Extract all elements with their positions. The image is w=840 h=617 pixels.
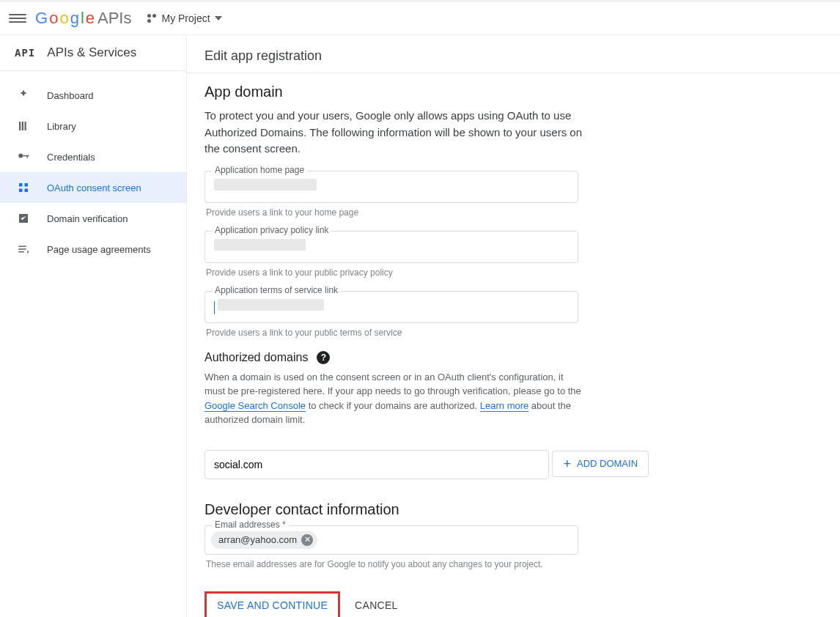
email-helper: These email addresses are for Google to … xyxy=(206,559,769,569)
sidebar-item-credentials[interactable]: Credentials xyxy=(0,141,186,172)
add-domain-label: ADD DOMAIN xyxy=(577,458,638,469)
sidebar-item-label: Library xyxy=(47,121,76,132)
authorized-domains-description: When a domain is used on the consent scr… xyxy=(205,370,586,427)
email-addresses-field: Email addresses * arran@yahoo.com ✕ xyxy=(205,525,578,555)
field-label: Application privacy policy link xyxy=(212,225,331,235)
text-cursor xyxy=(214,301,215,314)
google-search-console-link[interactable]: Google Search Console xyxy=(205,400,306,412)
app-domain-section: App domain To protect you and your users… xyxy=(187,76,788,569)
agreements-icon xyxy=(16,242,31,256)
learn-more-link[interactable]: Learn more xyxy=(480,400,528,412)
main-content: Edit app registration App domain To prot… xyxy=(187,35,840,617)
sidebar-item-label: Dashboard xyxy=(47,90,94,101)
plus-icon: + xyxy=(563,457,571,470)
chevron-down-icon xyxy=(215,16,222,21)
consent-screen-icon xyxy=(16,180,31,195)
developer-contact-heading: Developer contact information xyxy=(205,501,770,518)
email-chip: arran@yahoo.com ✕ xyxy=(211,531,317,549)
save-and-continue-button[interactable]: SAVE AND CONTINUE xyxy=(205,591,340,618)
logo-suffix: APIs xyxy=(97,9,131,28)
authorized-domain-input[interactable] xyxy=(205,450,549,479)
sidebar-item-label: Page usage agreements xyxy=(47,244,151,255)
home-page-helper: Provide users a link to your home page xyxy=(206,207,769,218)
authorized-domains-heading: Authorized domains xyxy=(205,351,308,364)
cancel-button[interactable]: CANCEL xyxy=(355,599,398,611)
top-bar: Google APIs My Project xyxy=(0,0,840,35)
app-domain-heading: App domain xyxy=(205,84,770,100)
app-domain-description: To protect you and your users, Google on… xyxy=(205,108,586,158)
home-page-field: Application home page xyxy=(205,171,578,203)
sidebar-nav: Dashboard Library Credentials OAuth cons… xyxy=(0,71,186,265)
add-domain-button[interactable]: + ADD DOMAIN xyxy=(552,451,649,477)
sidebar-item-dashboard[interactable]: Dashboard xyxy=(0,80,186,111)
field-label: Application home page xyxy=(212,165,307,175)
page-title: Edit app registration xyxy=(187,35,840,73)
sidebar-title: APIs & Services xyxy=(47,45,136,60)
dashboard-icon xyxy=(16,88,31,103)
verified-icon xyxy=(16,211,31,226)
home-page-input[interactable] xyxy=(205,171,578,203)
privacy-policy-field: Application privacy policy link xyxy=(205,231,578,263)
chip-text: arran@yahoo.com xyxy=(218,534,297,545)
redacted-value xyxy=(214,179,317,191)
sidebar-item-page-usage-agreements[interactable]: Page usage agreements xyxy=(0,234,186,265)
library-icon xyxy=(16,119,31,133)
sidebar-item-oauth-consent[interactable]: OAuth consent screen xyxy=(0,172,186,203)
hamburger-menu-icon[interactable] xyxy=(9,12,26,25)
terms-of-service-field: Application terms of service link xyxy=(205,291,578,323)
field-label: Email addresses * xyxy=(212,520,289,530)
field-label: Application terms of service link xyxy=(212,285,341,295)
help-icon[interactable]: ? xyxy=(317,351,330,364)
terms-of-service-helper: Provide users a link to your public term… xyxy=(206,328,769,338)
redacted-value xyxy=(214,239,306,251)
sidebar-item-library[interactable]: Library xyxy=(0,111,186,141)
sidebar-item-label: OAuth consent screen xyxy=(47,182,141,193)
privacy-policy-input[interactable] xyxy=(205,231,578,263)
sidebar-header: API APIs & Services xyxy=(0,35,186,71)
sidebar-item-domain-verification[interactable]: Domain verification xyxy=(0,203,186,234)
api-badge-icon: API xyxy=(15,47,35,59)
google-apis-logo[interactable]: Google APIs xyxy=(35,9,131,28)
auth-desc-text: to check if your domains are authorized. xyxy=(306,400,480,411)
redacted-value xyxy=(218,299,324,311)
sidebar-item-label: Domain verification xyxy=(47,213,128,224)
privacy-policy-helper: Provide users a link to your public priv… xyxy=(206,267,769,278)
remove-chip-icon[interactable]: ✕ xyxy=(301,534,313,546)
email-chip-input[interactable]: arran@yahoo.com ✕ xyxy=(205,525,578,555)
project-dots-icon xyxy=(147,14,157,23)
action-buttons: SAVE AND CONTINUE CANCEL xyxy=(187,591,840,618)
sidebar-item-label: Credentials xyxy=(47,152,95,163)
terms-of-service-input[interactable] xyxy=(205,291,578,323)
auth-desc-text: When a domain is used on the consent scr… xyxy=(205,372,581,397)
project-label: My Project xyxy=(161,12,210,24)
project-picker[interactable]: My Project xyxy=(147,12,221,24)
key-icon xyxy=(16,149,31,164)
sidebar: API APIs & Services Dashboard Library Cr… xyxy=(0,35,187,617)
